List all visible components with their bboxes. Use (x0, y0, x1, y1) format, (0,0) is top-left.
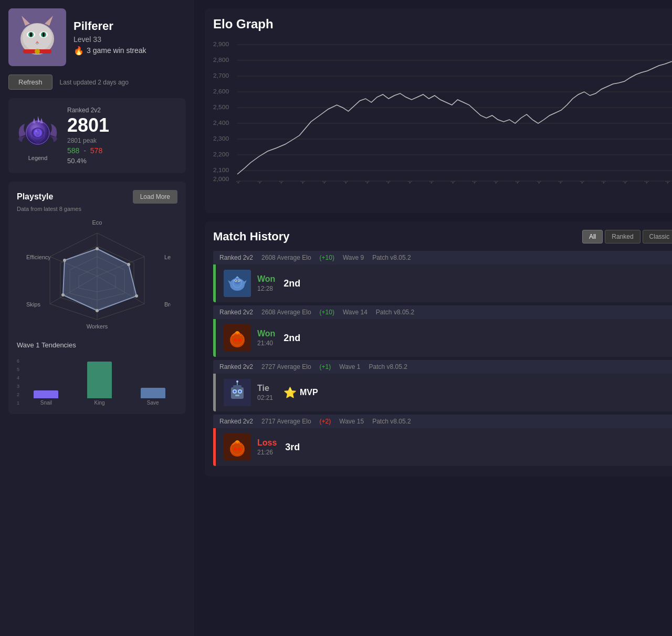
match-4-duration: 21:26 (257, 449, 277, 456)
svg-point-78 (235, 280, 236, 281)
match-3-wave: Wave 1 (339, 363, 360, 370)
match-1-outcome-text: Won (257, 274, 275, 284)
match-2-avg-elo: 2608 Average Elo (261, 309, 311, 316)
svg-marker-43 (63, 249, 136, 311)
bar-label-king: King (94, 400, 104, 406)
match-2-duration: 21:40 (257, 340, 275, 347)
load-more-button[interactable]: Load More (133, 190, 177, 204)
svg-point-23 (25, 120, 50, 145)
match-2-patch: Patch v8.05.2 (376, 309, 414, 316)
svg-text:2,300: 2,300 (213, 135, 229, 141)
match-card-2: Ranked 2v2 2608 Average Elo (+10) Wave 1… (213, 305, 672, 357)
svg-text:2,700: 2,700 (213, 72, 229, 78)
svg-text:2,200: 2,200 (213, 151, 229, 157)
match-3-patch: Patch v8.05.2 (369, 363, 407, 370)
radar-chart: Eco Leaks Breaks Workers Skips Efficienc… (17, 217, 177, 333)
match-3-champion (224, 379, 251, 406)
svg-point-47 (96, 309, 99, 312)
bar-label-snail: Snail (40, 400, 52, 406)
svg-text:Workers: Workers (87, 323, 108, 330)
match-4-outcome: Loss 21:26 (257, 438, 277, 456)
match-4-game-type: Ranked 2v2 (219, 418, 253, 425)
match-2-outcome-text: Won (257, 329, 275, 338)
match-1-game-type: Ranked 2v2 (219, 254, 253, 261)
rank-tier-label: Legend (28, 155, 48, 161)
match-history-filters: All Ranked Classic Other (582, 230, 672, 243)
match-detail-4: Loss 21:26 3rd (213, 428, 672, 466)
rank-badge (17, 111, 59, 153)
svg-text:Skips: Skips (26, 301, 40, 308)
svg-point-98 (234, 448, 237, 451)
rank-info: Ranked 2v2 2801 2801 peak 588 - 578 50.4… (67, 107, 177, 165)
rank-wl: 588 - 578 (67, 146, 177, 155)
rank-peak: 2801 peak (67, 137, 177, 144)
left-panel: Pilferer Level 33 🔥 3 game win streak Re… (0, 0, 194, 636)
match-meta-3: Ranked 2v2 2727 Average Elo (+1) Wave 1 … (213, 360, 672, 374)
match-history-section: Match History All Ranked Classic Other R… (205, 221, 672, 476)
fire-icon: 🔥 (74, 46, 84, 56)
match-detail-3: Tie 02:21 ⭐ MVP (213, 374, 672, 411)
last-updated: Last updated 2 days ago (60, 79, 129, 86)
filter-all[interactable]: All (582, 230, 603, 243)
match-4-patch: Patch v8.05.2 (372, 418, 411, 425)
svg-point-95 (236, 380, 238, 383)
match-3-outcome-text: Tie (257, 384, 273, 393)
svg-point-99 (238, 448, 241, 451)
rank-wins: 588 (67, 146, 79, 155)
match-list: Ranked 2v2 2608 Average Elo (+10) Wave 9… (213, 251, 672, 468)
match-card-4: Ranked 2v2 2717 Average Elo (+2) Wave 15… (213, 415, 672, 466)
refresh-button[interactable]: Refresh (8, 75, 52, 90)
svg-rect-93 (235, 395, 239, 396)
match-4-champion (224, 433, 251, 461)
svg-text:Eco: Eco (92, 219, 102, 226)
avatar (8, 8, 66, 66)
match-1-duration: 12:28 (257, 285, 275, 292)
rank-separator: - (83, 146, 86, 155)
match-1-outcome: Won 12:28 (257, 274, 275, 292)
profile-name: Pilferer (74, 19, 146, 33)
match-detail-2: Won 21:40 2nd (213, 319, 672, 357)
rank-losses: 578 (90, 146, 102, 155)
svg-point-46 (135, 294, 138, 298)
mvp-badge: ⭐ MVP (284, 386, 318, 399)
svg-rect-88 (233, 385, 242, 389)
svg-text:2,100: 2,100 (213, 167, 229, 173)
match-4-placement: 3rd (285, 442, 300, 453)
svg-point-12 (43, 33, 45, 37)
elo-graph-title: Elo Graph (213, 17, 672, 31)
match-card-3: Ranked 2v2 2727 Average Elo (+1) Wave 1 … (213, 360, 672, 411)
svg-point-45 (127, 263, 130, 266)
svg-text:2,500: 2,500 (213, 104, 229, 110)
svg-text:2,800: 2,800 (213, 57, 229, 62)
right-panel: Elo Graph 2,900 2,800 2,700 2,600 2,500 … (194, 0, 672, 636)
match-history-header: Match History All Ranked Classic Other (213, 230, 672, 243)
playstyle-subtitle: Data from latest 8 games (17, 206, 177, 212)
match-3-avg-elo: 2727 Average Elo (261, 363, 311, 370)
match-2-outcome: Won 21:40 (257, 329, 275, 347)
match-1-placement: 2nd (284, 278, 300, 289)
match-2-result-bar (213, 319, 216, 357)
match-4-avg-elo: 2717 Average Elo (261, 418, 311, 425)
svg-point-49 (63, 259, 66, 262)
svg-point-83 (234, 338, 237, 342)
playstyle-header: Playstyle Load More (17, 190, 177, 204)
match-2-wave: Wave 14 (343, 309, 368, 316)
match-4-wave: Wave 15 (339, 418, 364, 425)
match-1-champion (224, 270, 251, 297)
match-1-wave: Wave 9 (343, 254, 364, 261)
svg-text:2,900: 2,900 (213, 41, 229, 47)
elo-graph-section: Elo Graph 2,900 2,800 2,700 2,600 2,500 … (205, 8, 672, 213)
filter-ranked[interactable]: Ranked (605, 230, 640, 243)
match-3-game-type: Ranked 2v2 (219, 363, 253, 370)
match-4-outcome-text: Loss (257, 438, 277, 448)
svg-text:2,400: 2,400 (213, 120, 229, 125)
playstyle-title: Playstyle (17, 192, 53, 202)
svg-text:2,600: 2,600 (213, 88, 229, 94)
svg-point-92 (239, 390, 241, 393)
match-meta-2: Ranked 2v2 2608 Average Elo (+10) Wave 1… (213, 305, 672, 319)
svg-point-91 (234, 390, 236, 393)
filter-classic[interactable]: Classic (643, 230, 672, 243)
match-card-1: Ranked 2v2 2608 Average Elo (+10) Wave 9… (213, 251, 672, 302)
match-3-elo-change: (+1) (320, 363, 331, 370)
match-4-elo-change: (+2) (320, 418, 331, 425)
